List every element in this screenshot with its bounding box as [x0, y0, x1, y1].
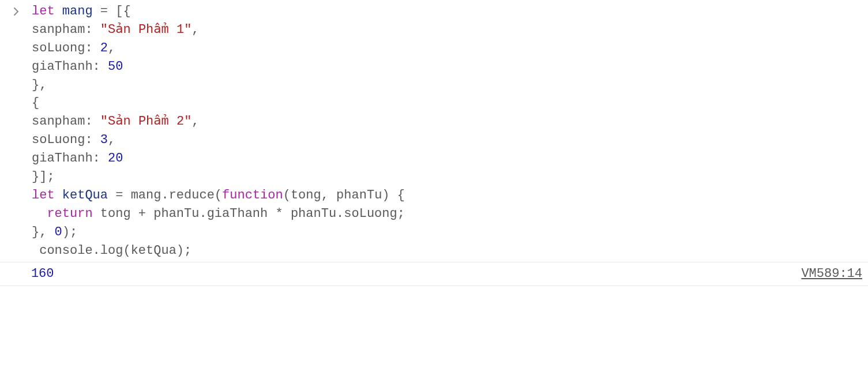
code-token: soLuong:: [32, 41, 100, 55]
code-token: return: [47, 207, 92, 221]
code-token: giaThanh:: [32, 59, 108, 74]
console-output-value: 160: [31, 265, 54, 283]
code-token: 50: [108, 59, 123, 74]
code-token: "Sản Phẩm 2": [100, 114, 192, 129]
code-token: }];: [32, 170, 55, 184]
code-token: );: [62, 225, 77, 239]
code-token: = [{: [93, 4, 131, 18]
code-token: 2: [100, 41, 108, 55]
code-token: let: [32, 188, 55, 202]
code-token: (tong, phanTu) {: [283, 188, 405, 202]
code-token: [55, 4, 62, 18]
code-token: mang: [62, 4, 93, 18]
code-token: 0: [55, 225, 62, 239]
code-token: [55, 188, 62, 202]
code-token: ,: [191, 114, 199, 129]
code-token: ,: [108, 133, 115, 147]
code-token: },: [32, 78, 47, 92]
code-token: 20: [108, 151, 123, 166]
code-token: [32, 207, 47, 221]
source-link[interactable]: VM589:14: [801, 265, 862, 283]
code-token: },: [32, 225, 55, 239]
code-token: console.log(ketQua);: [32, 243, 191, 258]
code-token: ,: [191, 22, 199, 37]
code-token: 3: [100, 133, 108, 147]
code-token: tong + phanTu.giaThanh * phanTu.soLuong;: [93, 207, 405, 221]
console-input-entry[interactable]: let mang = [{ sanpham: "Sản Phẩm 1", soL…: [0, 0, 868, 262]
code-token: sanpham:: [32, 114, 100, 129]
code-token: "Sản Phẩm 1": [100, 22, 192, 37]
code-token: soLuong:: [32, 133, 100, 147]
console-code[interactable]: let mang = [{ sanpham: "Sản Phẩm 1", soL…: [32, 2, 868, 260]
output-gutter: [0, 265, 31, 283]
code-token: = mang.reduce(: [108, 188, 222, 202]
code-token: sanpham:: [32, 22, 100, 37]
code-token: let: [32, 4, 55, 18]
code-token: {: [32, 96, 39, 110]
chevron-right-icon: [0, 2, 32, 260]
code-token: ,: [108, 41, 115, 55]
console-output-entry: 160 VM589:14: [0, 262, 868, 286]
code-token: giaThanh:: [32, 151, 108, 166]
code-token: ketQua: [62, 188, 108, 202]
code-token: function: [222, 188, 283, 202]
